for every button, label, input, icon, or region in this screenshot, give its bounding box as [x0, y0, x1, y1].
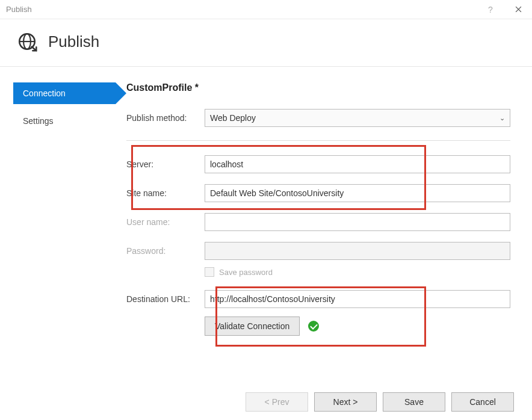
profile-name: CustomProfile *	[126, 82, 510, 93]
publish-method-select[interactable]: Web Deploy ⌄	[205, 109, 510, 127]
user-name-input[interactable]	[205, 213, 510, 231]
page-header: Publish	[0, 19, 532, 67]
row-validate: Validate Connection	[205, 317, 510, 336]
label-user-name: User name:	[126, 217, 205, 227]
footer-buttons: < Prev Next > Save Cancel	[246, 392, 514, 412]
destination-url-input[interactable]	[205, 290, 510, 308]
password-input[interactable]	[205, 242, 510, 260]
divider	[126, 140, 510, 141]
site-name-input[interactable]	[205, 184, 510, 202]
row-save-password: Save password	[205, 267, 510, 277]
label-save-password: Save password	[219, 268, 273, 277]
chevron-down-icon: ⌄	[500, 114, 505, 122]
form-content: CustomProfile * Publish method: Web Depl…	[120, 82, 532, 336]
prev-button: < Prev	[246, 392, 308, 412]
row-publish-method: Publish method: Web Deploy ⌄	[126, 109, 510, 127]
sidebar: Connection Settings	[0, 82, 120, 336]
next-button[interactable]: Next >	[314, 392, 377, 412]
row-site-name: Site name:	[126, 184, 510, 202]
server-input[interactable]	[205, 155, 510, 173]
close-icon	[515, 6, 522, 13]
title-bar: Publish ?	[0, 0, 532, 19]
close-button[interactable]	[504, 0, 532, 19]
publish-icon	[17, 31, 37, 52]
label-destination-url: Destination URL:	[126, 294, 205, 304]
label-publish-method: Publish method:	[126, 113, 205, 123]
label-password: Password:	[126, 246, 205, 256]
body: Connection Settings CustomProfile * Publ…	[0, 67, 532, 336]
row-server: Server:	[126, 155, 510, 173]
help-button[interactable]: ?	[477, 0, 504, 19]
window-title: Publish	[6, 5, 477, 14]
cancel-button[interactable]: Cancel	[451, 392, 514, 412]
validation-success-icon	[308, 321, 319, 332]
row-destination-url: Destination URL:	[126, 290, 510, 308]
sidebar-item-label: Settings	[23, 116, 54, 126]
row-user-name: User name:	[126, 213, 510, 231]
select-value: Web Deploy	[210, 113, 256, 123]
validate-connection-button[interactable]: Validate Connection	[205, 317, 300, 336]
save-password-checkbox[interactable]	[205, 267, 214, 277]
row-password: Password:	[126, 242, 510, 260]
label-server: Server:	[126, 159, 205, 169]
sidebar-item-connection[interactable]: Connection	[13, 82, 116, 104]
page-title: Publish	[48, 32, 99, 51]
sidebar-item-settings[interactable]: Settings	[13, 110, 120, 132]
label-site-name: Site name:	[126, 188, 205, 198]
save-button[interactable]: Save	[383, 392, 445, 412]
sidebar-item-label: Connection	[23, 88, 66, 98]
